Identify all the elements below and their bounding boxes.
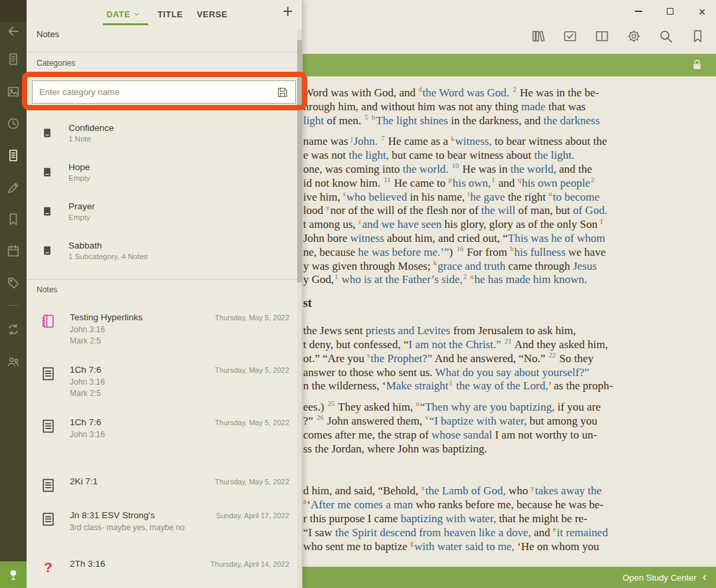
category-icon <box>41 244 53 257</box>
verse-paragraph: d him, and said, “Behold, xthe Lamb of G… <box>303 484 676 553</box>
category-detail: Empty <box>68 213 95 221</box>
note-reference: John 3:16 <box>70 326 143 334</box>
divider <box>27 279 302 280</box>
add-note-button[interactable]: + <box>283 1 293 22</box>
maximize-icon <box>667 8 673 15</box>
note-title: 2Ki 7:1 <box>70 476 98 486</box>
note-doc-icon <box>40 418 57 435</box>
question-icon: ? <box>40 559 57 576</box>
verse-paragraph: ees.) 25 They asked him, u“Then why are … <box>303 401 676 456</box>
notes-panel: DATETITLEVERSE + Notes Categories Confid… <box>27 0 302 588</box>
sidebar-divider <box>8 305 18 306</box>
bookmarks-icon[interactable] <box>6 212 21 227</box>
note-row[interactable]: 2Ki 7:1Thursday, May 5, 2022 <box>27 466 297 500</box>
category-row[interactable]: HopeEmpty <box>27 152 297 191</box>
lock-icon[interactable] <box>690 58 704 72</box>
chevron-down-icon <box>133 11 140 18</box>
reading-plan-icon[interactable] <box>6 244 21 258</box>
back-arrow-icon[interactable] <box>6 24 21 39</box>
sort-tabs: DATETITLEVERSE <box>27 0 302 29</box>
category-name: Sabbath <box>68 241 148 250</box>
community-icon[interactable] <box>6 354 21 369</box>
note-date: Thursday, May 5, 2022 <box>215 419 289 427</box>
split-window-icon[interactable] <box>594 29 610 44</box>
note-date: Thursday, May 5, 2022 <box>215 366 289 374</box>
note-date: Thursday, May 5, 2022 <box>215 478 289 486</box>
panel-scrollbar[interactable] <box>297 29 302 588</box>
tab-label: TITLE <box>158 9 183 19</box>
verse-paragraph: name was jJohn. 7 He came as a kwitness,… <box>303 135 676 287</box>
resource-guide-icon[interactable] <box>6 52 21 66</box>
note-row[interactable]: 1Ch 7:6John 3:16Mark 2:5Thursday, May 5,… <box>27 354 297 407</box>
category-icon <box>41 205 53 218</box>
note-doc-icon <box>40 365 57 382</box>
close-button[interactable]: × <box>696 5 708 17</box>
notes-list: Testing HyperlinksJohn 3:16Mark 2:5Thurs… <box>27 302 297 588</box>
notes-icon[interactable] <box>6 148 21 163</box>
category-row[interactable]: Sabbath1 Subcategory, 4 Notes <box>27 231 297 270</box>
note-row[interactable]: Testing HyperlinksJohn 3:16Mark 2:5Thurs… <box>27 302 297 354</box>
note-reference: 3rd class- maybe yes, maybe no <box>70 524 185 532</box>
note-title: 2Th 3:16 <box>70 559 105 569</box>
section-heading: st <box>303 296 676 310</box>
settings-gear-icon[interactable] <box>626 29 642 44</box>
categories-header: Categories <box>37 58 75 68</box>
categories-list: Confidence1 NoteHopeEmptyPrayerEmptySabb… <box>27 113 297 270</box>
note-title: 1Ch 7:6 <box>70 417 105 427</box>
app-window: × Word was with God, and dthe Word was G… <box>0 0 716 588</box>
note-date: Thursday, April 14, 2022 <box>211 560 289 568</box>
note-reference: John 3:16 <box>70 378 105 386</box>
category-row[interactable]: PrayerEmpty <box>27 191 297 231</box>
app-logo[interactable] <box>0 561 27 588</box>
note-title: 1Ch 7:6 <box>70 365 105 375</box>
sync-icon[interactable] <box>6 322 21 337</box>
note-doc-icon <box>40 477 57 494</box>
search-icon[interactable] <box>658 29 673 44</box>
divider <box>27 52 302 52</box>
verse-paragraph: the Jews sent priests and Levites from J… <box>303 324 676 393</box>
category-name: Prayer <box>68 201 95 211</box>
history-icon[interactable] <box>6 116 21 131</box>
bookmark-ribbon-icon[interactable] <box>690 29 705 44</box>
main-toolbar <box>531 29 705 44</box>
category-detail: Empty <box>68 174 90 182</box>
category-icon <box>41 126 53 140</box>
note-reference: Mark 2:5 <box>70 337 143 345</box>
category-name-input[interactable] <box>33 87 276 97</box>
minimize-icon <box>635 11 642 12</box>
scrollbar-thumb[interactable] <box>297 40 302 282</box>
note-title: Testing Hyperlinks <box>70 312 143 322</box>
maximize-button[interactable] <box>664 5 676 17</box>
category-name: Confidence <box>68 123 114 133</box>
note-row[interactable]: 1Ch 7:6John 3:16Thursday, May 5, 2022 <box>27 407 297 466</box>
left-sidebar <box>0 0 27 588</box>
category-detail: 1 Subcategory, 4 Notes <box>68 252 148 260</box>
library-icon[interactable] <box>531 29 546 44</box>
editor-icon[interactable] <box>6 181 21 195</box>
category-icon <box>41 165 53 179</box>
note-row[interactable]: ?2Th 3:16Thursday, April 14, 2022 <box>27 548 297 588</box>
tags-icon[interactable] <box>6 276 21 290</box>
note-title: Jn 8:31 ESV Strong's <box>70 510 185 520</box>
tab-title[interactable]: TITLE <box>158 9 183 19</box>
note-reference: Mark 2:5 <box>70 389 105 397</box>
tab-label: VERSE <box>197 9 227 19</box>
window-controls: × <box>632 5 708 17</box>
note-date: Sunday, April 17, 2022 <box>216 512 289 520</box>
note-row[interactable]: Jn 8:31 ESV Strong's3rd class- maybe yes… <box>27 500 297 548</box>
panel-title: Notes <box>37 29 59 39</box>
note-doc-icon <box>40 511 57 528</box>
note-reference: John 3:16 <box>70 431 105 439</box>
verse-paragraph: Word was with God, and dthe Word was God… <box>303 86 676 128</box>
minimize-button[interactable] <box>632 5 644 17</box>
media-icon[interactable] <box>6 84 21 99</box>
save-icon[interactable] <box>276 86 289 99</box>
category-row[interactable]: Confidence1 Note <box>27 113 297 152</box>
category-input-wrap <box>32 80 296 104</box>
tab-date[interactable]: DATE <box>106 9 140 19</box>
notes-header: Notes <box>37 285 57 294</box>
tab-verse[interactable]: VERSE <box>197 9 227 19</box>
plans-check-icon[interactable] <box>562 29 578 44</box>
tab-label: DATE <box>106 9 130 19</box>
category-name: Hope <box>68 162 90 172</box>
